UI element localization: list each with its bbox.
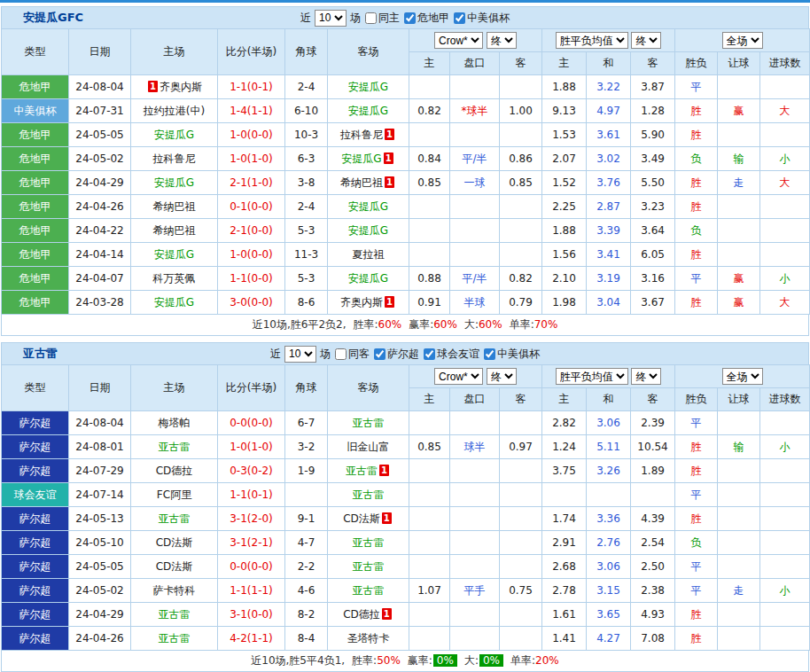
team-name[interactable]: 安提瓜G bbox=[348, 200, 388, 213]
odds-company-select[interactable]: Crow* bbox=[434, 32, 483, 49]
odds-home bbox=[409, 195, 450, 219]
league-filter[interactable]: 球会友谊 bbox=[423, 347, 479, 362]
team-name[interactable]: 亚古雷 bbox=[159, 608, 191, 621]
team-name[interactable]: 旧金山富 bbox=[347, 441, 390, 453]
league-badge: 萨尔超 bbox=[2, 579, 69, 603]
avg-draw: 5.11 bbox=[587, 435, 631, 459]
avg-draw: 3.02 bbox=[587, 147, 631, 171]
odds-handicap: 平/半 bbox=[450, 267, 500, 291]
league-badge: 危地甲 bbox=[2, 267, 69, 291]
odds-group-header: Crow* 终 bbox=[409, 29, 542, 52]
league-filter[interactable]: 中美俱杯 bbox=[483, 347, 540, 362]
odds-home bbox=[409, 243, 450, 267]
league-checkbox[interactable] bbox=[374, 348, 386, 360]
match-count-select[interactable]: 10 bbox=[315, 10, 347, 27]
same-away-checkbox[interactable] bbox=[335, 348, 347, 360]
team-name[interactable]: 拉约拉港(中) bbox=[144, 105, 205, 117]
team-name[interactable]: 萨卡特科 bbox=[153, 584, 196, 597]
team-name[interactable]: FC阿里 bbox=[157, 488, 191, 501]
team-name[interactable]: 安提瓜G bbox=[154, 176, 194, 189]
handicap-result: 走 bbox=[718, 579, 760, 603]
team-name[interactable]: 圣塔特卡 bbox=[347, 632, 390, 645]
team-name[interactable]: 拉科鲁尼 bbox=[340, 129, 383, 141]
odds-away: 0.79 bbox=[500, 291, 542, 315]
handicap-result bbox=[718, 507, 760, 531]
team-name[interactable]: 安提瓜G bbox=[348, 272, 388, 285]
team-name[interactable]: 亚古雷 bbox=[353, 536, 385, 549]
avg-draw: 3.76 bbox=[587, 171, 631, 195]
team-name[interactable]: CD法斯 bbox=[156, 536, 193, 549]
col-header-result: 胜负 bbox=[675, 388, 718, 411]
scope-select[interactable]: 全场 bbox=[722, 368, 763, 385]
team-name[interactable]: 夏拉祖 bbox=[353, 248, 385, 261]
result: 平 bbox=[675, 483, 718, 507]
col-header-avg-home: 主 bbox=[542, 52, 587, 75]
same-home-checkbox[interactable] bbox=[365, 12, 377, 24]
team-name[interactable]: 安提瓜G bbox=[348, 224, 388, 237]
league-checkbox[interactable] bbox=[404, 12, 416, 24]
avg-draw: 3.26 bbox=[587, 459, 631, 483]
league-badge: 球会友谊 bbox=[2, 483, 69, 507]
team-name[interactable]: 亚古雷 bbox=[159, 441, 191, 453]
league-filter[interactable]: 危地甲 bbox=[403, 11, 449, 26]
away-team: 亚古雷 bbox=[328, 411, 409, 435]
avg-type-select[interactable]: 胜平负均值 bbox=[556, 368, 628, 385]
odds-away bbox=[500, 555, 542, 579]
team-name[interactable]: 安提瓜G bbox=[348, 81, 388, 93]
league-checkbox[interactable] bbox=[484, 348, 495, 360]
near-label: 近 bbox=[270, 347, 281, 362]
team-name[interactable]: CD德拉 bbox=[156, 465, 193, 477]
same-away-filter[interactable]: 同客 bbox=[334, 347, 370, 362]
odds-home bbox=[409, 627, 450, 651]
handicap-result: 输 bbox=[718, 435, 760, 459]
result: 胜 bbox=[675, 603, 718, 627]
team-name[interactable]: CD德拉 bbox=[343, 608, 380, 621]
league-checkbox[interactable] bbox=[424, 348, 435, 360]
team-name[interactable]: 希纳巴祖 bbox=[340, 176, 383, 189]
scope-group-header: 全场 bbox=[675, 365, 810, 388]
avg-stage-select[interactable]: 终 bbox=[631, 32, 661, 49]
league-filter[interactable]: 萨尔超 bbox=[373, 347, 419, 362]
team-name[interactable]: 安提瓜G bbox=[154, 296, 194, 309]
goals-result bbox=[760, 411, 810, 435]
team-name[interactable]: 亚古雷 bbox=[353, 488, 385, 501]
scope-select[interactable]: 全场 bbox=[722, 32, 763, 49]
team-name[interactable]: 亚古雷 bbox=[353, 584, 385, 597]
score: 1-1(1-1) bbox=[218, 579, 285, 603]
same-home-filter[interactable]: 同主 bbox=[364, 11, 400, 26]
team-name[interactable]: 安提瓜G bbox=[154, 248, 194, 261]
team-name[interactable]: 亚古雷 bbox=[159, 632, 191, 645]
team-name[interactable]: 亚古雷 bbox=[159, 512, 191, 525]
match-count-select[interactable]: 10 bbox=[284, 346, 316, 363]
team-name[interactable]: 安提瓜G bbox=[348, 105, 388, 117]
team-name[interactable]: 拉科鲁尼 bbox=[153, 152, 196, 165]
avg-home: 1.88 bbox=[542, 219, 587, 243]
goals-result: 大 bbox=[760, 291, 810, 315]
league-filter[interactable]: 中美俱杯 bbox=[453, 11, 510, 26]
odds-home: 0.91 bbox=[409, 291, 450, 315]
team-name[interactable]: 希纳巴祖 bbox=[153, 224, 196, 237]
home-team: 亚古雷 bbox=[131, 627, 218, 651]
odds-stage-select[interactable]: 终 bbox=[487, 32, 517, 49]
team-name[interactable]: 安提瓜G bbox=[154, 129, 194, 141]
team-name[interactable]: 齐奥内斯 bbox=[340, 296, 383, 309]
league-checkbox[interactable] bbox=[454, 12, 465, 24]
result: 胜 bbox=[675, 99, 718, 123]
team-name[interactable]: 亚古雷 bbox=[353, 560, 385, 573]
team-name[interactable]: CD法斯 bbox=[343, 512, 380, 525]
team-name[interactable]: 希纳巴祖 bbox=[153, 200, 196, 213]
avg-type-select[interactable]: 胜平负均值 bbox=[556, 32, 628, 49]
team-name[interactable]: 齐奥内斯 bbox=[160, 81, 202, 93]
col-header-odds-away: 客 bbox=[500, 52, 542, 75]
team-name[interactable]: 亚古雷 bbox=[346, 465, 378, 477]
team-name[interactable]: 梅塔帕 bbox=[159, 417, 191, 429]
odds-stage-select[interactable]: 终 bbox=[487, 368, 517, 385]
team-name[interactable]: 科万英佩 bbox=[153, 272, 196, 285]
team-name[interactable]: 亚古雷 bbox=[353, 417, 385, 429]
odds-company-select[interactable]: Crow* bbox=[434, 368, 483, 385]
team-name[interactable]: CD法斯 bbox=[156, 560, 193, 573]
match-row: 萨尔超24-05-02萨卡特科1-1(1-1)4-6亚古雷1.07平手0.752… bbox=[2, 579, 810, 603]
red-card-icon: 1 bbox=[382, 512, 392, 524]
team-name[interactable]: 安提瓜G bbox=[341, 152, 381, 165]
avg-stage-select[interactable]: 终 bbox=[631, 368, 661, 385]
